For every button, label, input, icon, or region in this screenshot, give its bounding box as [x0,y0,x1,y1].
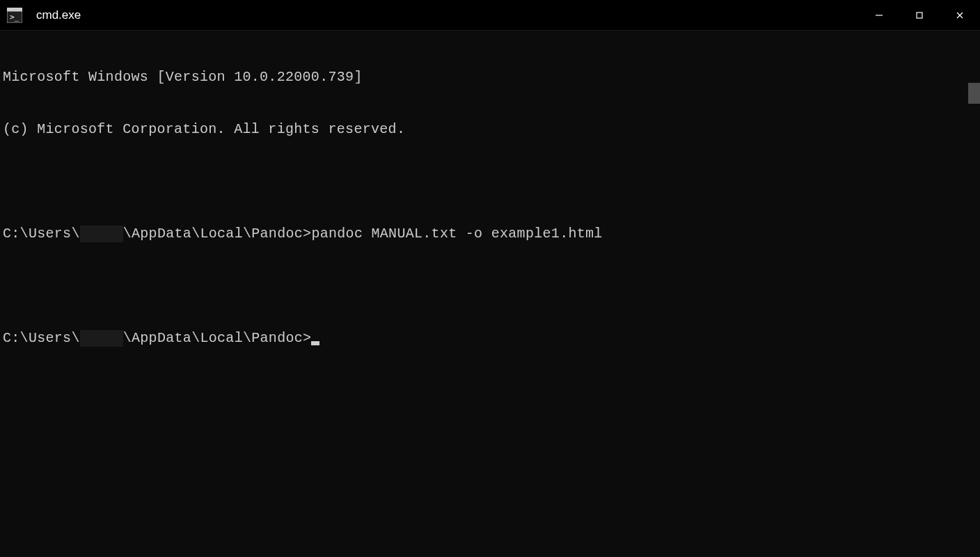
blank-line [3,173,980,190]
terminal-output[interactable]: Microsoft Windows [Version 10.0.22000.73… [0,31,980,557]
svg-rect-4 [917,13,922,18]
close-button[interactable] [940,0,980,30]
redacted-username [80,330,123,347]
cursor [311,341,319,345]
blank-line [3,277,980,295]
svg-text:>_: >_ [10,12,19,21]
prompt-line: C:\Users\\AppData\Local\Pandoc> [3,329,980,347]
svg-rect-1 [7,8,22,12]
minimize-button[interactable] [859,0,899,30]
window-title: cmd.exe [36,8,81,22]
scrollbar-track[interactable] [968,31,980,557]
window-controls [859,0,980,30]
redacted-username [80,226,123,242]
banner-line-1: Microsoft Windows [Version 10.0.22000.73… [3,68,980,86]
maximize-button[interactable] [899,0,940,30]
command-line-1: C:\Users\\AppData\Local\Pandoc>pandoc MA… [3,225,980,242]
cmd-icon: >_ [7,8,22,23]
banner-line-2: (c) Microsoft Corporation. All rights re… [3,120,980,138]
titlebar[interactable]: >_ cmd.exe [0,0,980,31]
scrollbar-thumb[interactable] [968,83,980,104]
